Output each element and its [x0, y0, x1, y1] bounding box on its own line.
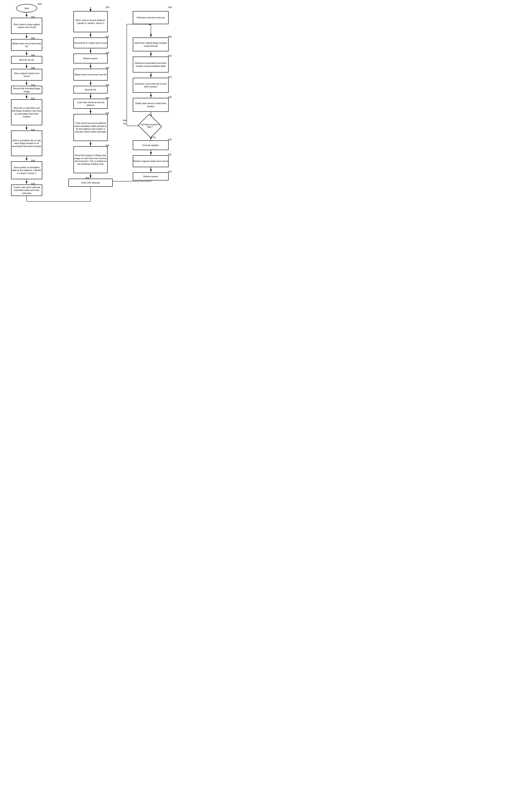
node-520: Store code at second address: cylinder 0…: [73, 11, 108, 32]
node-532: Code stored at second address loads tran…: [73, 114, 108, 141]
svg-text:No: No: [124, 123, 126, 125]
node-542: Determine associated hard drive location…: [133, 57, 169, 73]
node-546: Obtain data stored in hard drive locatio…: [133, 98, 169, 112]
node-510: Receive file including floppy image: [11, 86, 42, 94]
node-524: Reboot system: [73, 54, 108, 63]
node-516: Store pointer to translation table at fi…: [11, 161, 42, 179]
node-536: Hook 13H interrupt: [69, 179, 113, 187]
ref-500: 500: [38, 3, 41, 5]
svg-text:Yes: Yes: [152, 136, 156, 139]
node-526: Master boot record tests boot bit: [73, 69, 108, 80]
node-506: Boot bit not set: [11, 56, 42, 63]
node-514: Build a translation file to map each flo…: [11, 130, 42, 156]
node-554: Reboot system: [133, 172, 169, 180]
node-538: Relocator revectors interrupt: [133, 11, 169, 24]
node-528: Boot bit set: [73, 86, 108, 93]
node-550: Execute updates: [133, 140, 169, 150]
node-512: Store file on hard disk such that floppy…: [11, 99, 42, 125]
node-534: Read first location of floppy disk image…: [73, 146, 108, 173]
node-508: Store original master boot record: [11, 69, 42, 80]
node-540: Determine original floppy location using…: [133, 37, 169, 51]
node-544: Generate a new interrupt to hard drive l…: [133, 78, 169, 93]
node-530: Load code stored at second address: [73, 99, 108, 109]
start-node: Start: [16, 4, 37, 13]
node-522: Set boot bit in master boot record: [73, 37, 108, 48]
node-504: Master boot record tests boot bit: [11, 39, 42, 51]
node-548-diamond-wrapper: Last floppy location to read ?: [140, 117, 162, 135]
node-552: Restore original master boot record: [133, 155, 169, 167]
ref-520: 520: [106, 6, 109, 8]
diamond-label: Last floppy location to read ?: [140, 117, 160, 135]
flowchart: No Yes Start 500 502 Boot system using o…: [0, 0, 181, 8]
node-502: Boot system using original master boot r…: [11, 18, 42, 34]
ref-548: 548: [123, 119, 126, 122]
ref-538: 538: [168, 6, 172, 8]
node-518: Create code which will load translation …: [11, 184, 42, 196]
